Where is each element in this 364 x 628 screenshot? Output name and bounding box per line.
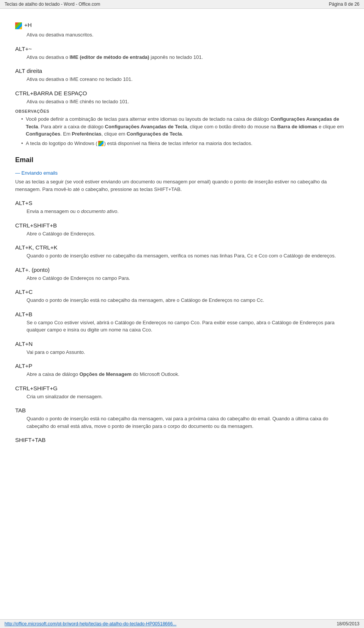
shortcut-key-alt-tilde: ALT+~ <box>15 46 349 52</box>
shortcut-desc-tab: Quando o ponto de inserção está no cabeç… <box>27 415 349 430</box>
email-sub-heading: — Enviando emails <box>15 170 349 176</box>
shortcut-key-ctrlshiftb: CTRL+SHIFT+B <box>15 222 349 229</box>
shortcut-key-altc: ALT+C <box>15 289 349 295</box>
shortcut-key-winh: +H <box>24 22 32 28</box>
email-section: Email — Enviando emails Use as teclas a … <box>15 156 349 443</box>
shortcut-key-ctrlshiftg: CTRL+SHIFT+G <box>15 385 349 391</box>
shortcut-desc-altk-ctrlk: Quando o ponto de inserção estiver no ca… <box>27 252 349 260</box>
shortcut-desc-ctrl-barra: Ativa ou desativa o IME chinês no teclad… <box>27 98 349 106</box>
shortcut-key-altb: ALT+B <box>15 311 349 317</box>
shortcut-altp: ALT+P Abre a caixa de diálogo Opções de … <box>15 363 349 378</box>
shortcut-altk-ctrlk: ALT+K, CTRL+K Quando o ponto de inserção… <box>15 244 349 260</box>
shortcut-desc-alt-direita: Ativa ou desativa o IME coreano no tecla… <box>27 76 349 83</box>
obs-item-1: A tecla do logotipo do Windows () está d… <box>21 140 349 147</box>
shortcut-desc-ctrlshiftb: Abre o Catálogo de Endereços. <box>27 230 349 238</box>
shortcut-desc-alts: Envia a mensagem ou o documento ativo. <box>27 208 349 215</box>
shortcut-key-alts: ALT+S <box>15 200 349 206</box>
shortcut-key-altp: ALT+P <box>15 363 349 369</box>
shortcut-key-shifttab: SHIFT+TAB <box>15 437 349 443</box>
shortcut-desc-winh: Ativa ou desativa manuscritos. <box>27 31 349 39</box>
shortcut-desc-altponto: Abre o Catálogo de Endereços no campo Pa… <box>27 275 349 282</box>
shortcut-ctrl-barra: CTRL+BARRA DE ESPAÇO Ativa ou desativa o… <box>15 90 349 106</box>
shortcut-tab: TAB Quando o ponto de inserção está no c… <box>15 407 349 430</box>
email-section-heading: Email <box>15 156 349 164</box>
shortcut-key-altk-ctrlk: ALT+K, CTRL+K <box>15 244 349 251</box>
shortcut-alt-direita: ALT direita Ativa ou desativa o IME core… <box>15 68 349 83</box>
shortcut-ctrlshiftb: CTRL+SHIFT+B Abre o Catálogo de Endereço… <box>15 222 349 238</box>
shortcut-key-alt-direita: ALT direita <box>15 68 349 74</box>
shortcut-desc-alt-tilde: Ativa ou desativa o IME (editor de métod… <box>27 54 349 61</box>
shortcut-desc-altb: Se o campo Cco estiver visível, abrirá o… <box>27 319 349 334</box>
shortcut-ctrlshiftg: CTRL+SHIFT+G Cria um sinalizador de mens… <box>15 385 349 401</box>
shortcut-desc-altn: Vai para o campo Assunto. <box>27 349 349 356</box>
shortcut-key-altn: ALT+N <box>15 341 349 347</box>
page-title: Teclas de atalho do teclado - Word - Off… <box>5 2 100 7</box>
shortcut-desc-altp: Abre a caixa de diálogo Opções de Mensag… <box>27 371 349 378</box>
observations-section: OBSERVAÇÕES Você pode definir a combinaç… <box>15 109 349 147</box>
observations-label: OBSERVAÇÕES <box>15 109 349 114</box>
shortcut-winh: +H <box>15 22 349 30</box>
shortcut-desc-ctrlshiftg: Cria um sinalizador de mensagem. <box>27 393 349 401</box>
shortcut-key-tab: TAB <box>15 407 349 413</box>
shortcut-altc: ALT+C Quando o ponto de inserção está no… <box>15 289 349 304</box>
shortcut-alt-tilde: ALT+~ Ativa ou desativa o IME (editor de… <box>15 46 349 61</box>
shortcut-altn: ALT+N Vai para o campo Assunto. <box>15 341 349 356</box>
page-header: Teclas de atalho do teclado - Word - Off… <box>0 0 364 9</box>
main-content: +H Ativa ou desativa manuscritos. ALT+~ … <box>0 9 364 467</box>
windows-logo-icon <box>15 22 22 29</box>
shortcut-alts: ALT+S Envia a mensagem ou o documento at… <box>15 200 349 215</box>
email-intro: Use as teclas a seguir (se você estiver … <box>15 178 349 193</box>
shortcut-key-altponto: ALT+. (ponto) <box>15 267 349 273</box>
shortcut-altb: ALT+B Se o campo Cco estiver visível, ab… <box>15 311 349 334</box>
obs-item-0: Você pode definir a combinação de teclas… <box>21 115 349 138</box>
page-info: Página 8 de 26 <box>329 2 359 7</box>
shortcut-key-ctrl-barra: CTRL+BARRA DE ESPAÇO <box>15 90 349 96</box>
shortcut-shifttab: SHIFT+TAB <box>15 437 349 443</box>
shortcut-altponto: ALT+. (ponto) Abre o Catálogo de Endereç… <box>15 267 349 282</box>
shortcut-desc-altc: Quando o ponto de inserção está no cabeç… <box>27 297 349 304</box>
